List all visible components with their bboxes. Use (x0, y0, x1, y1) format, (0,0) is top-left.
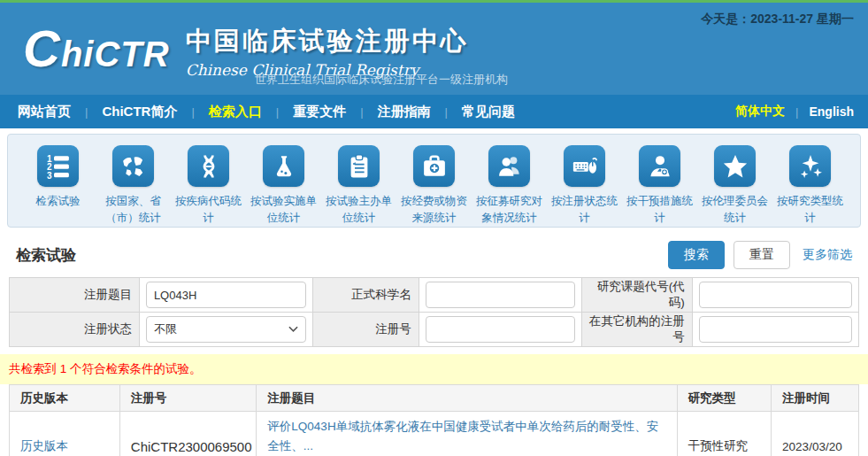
stat-item-by-registration-status[interactable]: 按注册状态统计 (547, 145, 622, 220)
nav-item-search-entry[interactable]: 检索入口 (205, 104, 265, 120)
history-version-link[interactable]: 历史版本 (20, 439, 68, 452)
nav-separator: | (445, 105, 448, 119)
stat-item-by-funding-source[interactable]: 按经费或物资来源统计 (396, 145, 472, 220)
lang-switch-english[interactable]: English (809, 104, 854, 119)
reg-status-selected-value: 不限 (154, 321, 177, 337)
reg-status-label: 注册状态 (10, 313, 140, 347)
other-reg-number-label: 在其它机构的注册号 (582, 313, 693, 347)
stat-item-by-ethics-committee[interactable]: 按伦理委员会统计 (697, 145, 772, 220)
svg-text:3: 3 (46, 170, 51, 179)
nav-item-important-docs[interactable]: 重要文件 (289, 104, 350, 120)
nav-item-registration-guide[interactable]: 注册指南 (374, 104, 434, 120)
col-history-version: 历史版本 (10, 385, 120, 412)
flask-icon (263, 145, 304, 187)
search-button[interactable]: 搜索 (668, 241, 725, 269)
project-code-input[interactable] (699, 282, 852, 308)
col-reg-title: 注册题目 (257, 385, 677, 412)
site-title-cn: 中国临床试验注册中心 (186, 24, 469, 59)
stat-item-by-implementing-unit[interactable]: 按试验实施单位统计 (246, 145, 321, 220)
reg-number-input[interactable] (426, 316, 575, 343)
today-date: 今天是：2023-11-27 星期一 (701, 12, 854, 27)
other-reg-number-input[interactable] (699, 316, 852, 343)
people-group-icon (488, 145, 530, 187)
stat-item-by-recruitment-status[interactable]: 按征募研究对象情况统计 (472, 145, 547, 220)
stat-item-by-intervention[interactable]: 按干预措施统计 (622, 145, 697, 220)
col-reg-number: 注册号 (119, 385, 257, 412)
trial-reg-date: 2023/03/20 (782, 440, 842, 453)
table-row: 历史版本 ChiCTR2300069500 评价LQ043H单域抗体雾化液在中国… (10, 412, 859, 456)
reset-button[interactable]: 重置 (734, 241, 790, 269)
scientific-name-input[interactable] (426, 282, 575, 308)
project-code-label: 研究课题代号(代码) (582, 278, 693, 313)
numbered-list-icon: 123 (37, 145, 79, 187)
logo-rest: hiCTR (61, 35, 170, 73)
col-reg-date: 注册时间 (772, 385, 859, 412)
reg-number-label: 注册号 (312, 313, 419, 347)
results-table: 历史版本 注册号 注册题目 研究类型 注册时间 历史版本 ChiCTR23000… (9, 384, 859, 456)
stat-item-by-study-type[interactable]: 按研究类型统计 (772, 145, 848, 220)
more-filters-link[interactable]: 更多筛选 (803, 247, 852, 263)
nav-separator: | (360, 105, 363, 119)
search-section-header: 检索试验 搜索 重置 更多筛选 (0, 231, 868, 277)
trial-reg-number: ChiCTR2300069500 (131, 439, 252, 454)
star-icon (714, 145, 756, 187)
medical-bag-icon (413, 145, 455, 187)
nav-separator: | (276, 105, 279, 119)
keyboard-mouse-icon (564, 145, 605, 187)
results-header-row: 历史版本 注册号 注册题目 研究类型 注册时间 (10, 385, 859, 412)
dna-icon (188, 145, 229, 187)
stat-item-by-sponsor-unit[interactable]: 按试验主办单位统计 (321, 145, 396, 220)
nav-separator: | (191, 105, 194, 119)
nav-separator: | (85, 105, 88, 119)
reg-title-input[interactable] (146, 282, 306, 308)
trial-title-link[interactable]: 评价LQ043H单域抗体雾化液在中国健康受试者中单次给药后的耐受性、安全性、..… (267, 420, 658, 452)
logo-initial: C (23, 19, 61, 77)
col-study-type: 研究类型 (677, 385, 772, 412)
result-count-message: 共检索到 1 个符合检索条件的试验。 (0, 354, 868, 384)
scientific-name-label: 正式科学名 (312, 278, 419, 313)
trial-study-type: 干预性研究 (688, 439, 749, 452)
reg-title-label: 注册题目 (10, 278, 140, 313)
clipboard-icon (338, 145, 380, 187)
main-navbar: 网站首页 | ChiCTR简介 | 检索入口 | 重要文件 | 注册指南 | 常… (0, 95, 868, 128)
search-form: 注册题目 正式科学名 研究课题代号(代码) 注册状态 不限 注册号 在其它机构的… (9, 277, 859, 347)
stat-item-by-country[interactable]: 按国家、省（市）统计 (96, 145, 171, 220)
sparkles-icon (789, 145, 831, 187)
reg-status-select[interactable]: 不限 (146, 316, 306, 343)
nav-item-faq[interactable]: 常见问题 (458, 104, 518, 120)
logo-text: ChiCTR (23, 22, 170, 89)
stat-item-by-disease-code[interactable]: 按疾病代码统计 (171, 145, 246, 220)
stat-item-search-trials[interactable]: 123 检索试验 (20, 145, 96, 220)
search-section-title: 检索试验 (16, 245, 76, 266)
lang-switch-chinese[interactable]: 简体中文 (735, 104, 785, 120)
nav-item-about[interactable]: ChiCTR简介 (98, 104, 181, 120)
nav-separator: | (795, 105, 798, 119)
chevron-down-icon (288, 326, 298, 333)
nav-item-home[interactable]: 网站首页 (14, 104, 74, 120)
who-subtitle: 世界卫生组织国际临床试验注册平台一级注册机构 (255, 72, 508, 88)
doctor-icon (639, 145, 680, 187)
site-header: 今天是：2023-11-27 星期一 ChiCTR 中国临床试验注册中心 Chi… (0, 3, 868, 95)
statistics-shortcut-bar: 123 检索试验 按国家、省（市）统计 按疾病代码统计 按试验实施单位统计 按试… (7, 134, 861, 228)
world-map-icon (112, 145, 154, 187)
